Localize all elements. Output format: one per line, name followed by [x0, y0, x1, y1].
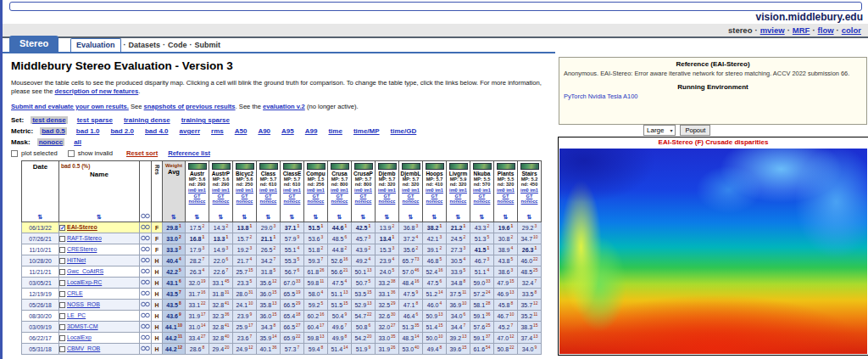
- result-cell[interactable]: 58.04: [304, 289, 328, 300]
- result-cell[interactable]: 35.813: [257, 300, 281, 311]
- result-cell[interactable]: 49.24: [352, 255, 376, 266]
- result-cell[interactable]: 51.113: [328, 289, 352, 300]
- result-cell[interactable]: 32.841: [209, 322, 233, 333]
- result-cell[interactable]: 30.82: [494, 233, 518, 244]
- stereo-brand-tab[interactable]: Stereo: [9, 36, 58, 52]
- mask-link-nkuba[interactable]: nonocc: [474, 199, 491, 205]
- result-cell[interactable]: 35.712: [518, 300, 542, 311]
- nav-link-mrf[interactable]: MRF: [793, 25, 810, 35]
- result-cell[interactable]: 16.81: [186, 233, 209, 244]
- result-cell[interactable]: 50.113: [352, 266, 376, 278]
- metric-option-bad-2-0[interactable]: bad 2.0: [108, 127, 136, 135]
- result-cell[interactable]: 47.915: [494, 278, 518, 289]
- result-cell[interactable]: 51.51: [304, 222, 328, 233]
- result-cell[interactable]: 40.136: [257, 344, 281, 355]
- result-cell[interactable]: 60.417: [304, 322, 328, 333]
- glasses-icon[interactable]: [141, 279, 150, 285]
- result-cell[interactable]: 26.31: [518, 244, 542, 255]
- result-cell[interactable]: 46.04: [423, 300, 447, 311]
- result-cell[interactable]: 51.515: [328, 300, 352, 311]
- result-cell[interactable]: 49.48: [423, 344, 447, 355]
- result-cell[interactable]: 59.25: [304, 300, 328, 311]
- gt-link-austrp[interactable]: GT: [218, 194, 225, 199]
- result-cell[interactable]: 61.654: [470, 344, 494, 355]
- result-cell[interactable]: 58.128: [470, 300, 494, 311]
- result-cell[interactable]: 14.32: [209, 222, 233, 233]
- result-cell[interactable]: 32.336: [209, 311, 233, 322]
- result-cell[interactable]: 45.27: [494, 322, 518, 333]
- result-cell[interactable]: 43.92: [352, 244, 376, 255]
- gt-link-crusap[interactable]: GT: [360, 194, 367, 199]
- dataset-thumbnail-crusap[interactable]: [354, 163, 373, 170]
- images-link-hoops[interactable]: im0 im1: [426, 188, 443, 194]
- sort-name-button[interactable]: ⇅: [97, 214, 102, 221]
- metric-option-a99[interactable]: A99: [303, 127, 320, 135]
- method-link[interactable]: EAI-Stereo: [67, 224, 97, 230]
- gt-link-hoops[interactable]: GT: [431, 194, 438, 199]
- result-cell[interactable]: 46.46: [399, 311, 423, 322]
- dataset-thumbnail-stairs[interactable]: [520, 163, 539, 170]
- row-checkbox[interactable]: [59, 258, 65, 264]
- result-cell[interactable]: 43.85: [494, 255, 518, 266]
- dataset-thumbnail-compu[interactable]: [307, 163, 326, 170]
- result-cell[interactable]: 32.840: [209, 333, 233, 344]
- result-cell[interactable]: 32.529: [376, 300, 399, 311]
- result-cell[interactable]: 43.32: [470, 222, 494, 233]
- submit-results-link[interactable]: Submit and evaluate your own results.: [11, 103, 129, 110]
- sort-plants-button[interactable]: ⇅: [504, 214, 509, 221]
- result-cell[interactable]: 17.52: [186, 222, 209, 233]
- reference-list-link[interactable]: Reference list: [168, 149, 210, 157]
- gt-link-crusa[interactable]: GT: [337, 194, 343, 199]
- result-cell[interactable]: 48.525: [518, 266, 542, 278]
- metric-option-time[interactable]: time: [326, 127, 343, 135]
- gt-link-classe[interactable]: GT: [289, 194, 296, 199]
- tab-datasets[interactable]: Datasets: [129, 41, 161, 49]
- result-cell[interactable]: 44.82: [328, 244, 352, 255]
- popout-button[interactable]: Popout: [680, 125, 710, 136]
- result-cell[interactable]: 59.136: [470, 311, 494, 322]
- mask-link-livgrm[interactable]: nonocc: [450, 199, 467, 205]
- mask-link-djembl[interactable]: nonocc: [403, 199, 420, 205]
- metric-option-bad-0-5[interactable]: bad 0.5: [40, 127, 67, 135]
- result-cell[interactable]: 34.09: [518, 344, 542, 355]
- images-link-djembl[interactable]: im0 im1: [402, 188, 420, 194]
- dataset-thumbnail-austr[interactable]: [188, 163, 207, 170]
- metric-option-avgerr[interactable]: avgerr: [178, 127, 202, 135]
- dataset-thumbnail-class[interactable]: [259, 163, 278, 170]
- result-cell[interactable]: 33.238: [376, 278, 399, 289]
- method-link[interactable]: LE_PC: [67, 312, 86, 318]
- result-cell[interactable]: 65.773: [399, 255, 423, 266]
- result-avg-cell[interactable]: 44.211: [163, 333, 186, 344]
- result-cell[interactable]: 55.35: [281, 255, 304, 266]
- images-link-compu[interactable]: im0 im1: [307, 188, 325, 194]
- result-cell[interactable]: 57.625: [470, 322, 494, 333]
- result-cell[interactable]: 56.76: [281, 266, 304, 278]
- sort-stairs-button[interactable]: ⇅: [527, 214, 532, 221]
- mask-link-stairs[interactable]: nonocc: [521, 199, 538, 205]
- result-cell[interactable]: 23.99: [233, 311, 257, 322]
- result-cell[interactable]: 50.75: [352, 278, 376, 289]
- result-cell[interactable]: 27.33: [447, 244, 470, 255]
- result-cell[interactable]: 24.52: [447, 233, 470, 244]
- method-link[interactable]: NOSS_ROB: [67, 301, 100, 307]
- sort-date-button[interactable]: ⇅: [38, 214, 43, 221]
- result-avg-cell[interactable]: 43.57: [163, 289, 186, 300]
- result-cell[interactable]: 50.822: [494, 344, 518, 355]
- result-cell[interactable]: 53.63: [304, 233, 328, 244]
- glasses-icon[interactable]: [141, 257, 150, 263]
- images-link-austrp[interactable]: im0 im1: [212, 188, 230, 194]
- mask-link-austrp[interactable]: nonocc: [213, 199, 230, 205]
- result-cell[interactable]: 52.913: [352, 300, 376, 311]
- show-invalid-checkbox[interactable]: [68, 150, 75, 157]
- result-cell[interactable]: 61.826: [304, 266, 328, 278]
- result-cell[interactable]: 59.48: [304, 344, 328, 355]
- glasses-icon[interactable]: [141, 301, 150, 307]
- result-cell[interactable]: 51.414: [328, 344, 352, 355]
- result-cell[interactable]: 28.031: [233, 289, 257, 300]
- tab-code[interactable]: Code: [168, 41, 187, 49]
- result-cell[interactable]: 15.33: [376, 244, 399, 255]
- sort-bicyc2-button[interactable]: ⇅: [242, 214, 248, 221]
- result-cell[interactable]: 39.12: [423, 244, 447, 255]
- result-cell[interactable]: 32.019: [186, 278, 209, 289]
- result-cell[interactable]: 50.010: [423, 333, 447, 344]
